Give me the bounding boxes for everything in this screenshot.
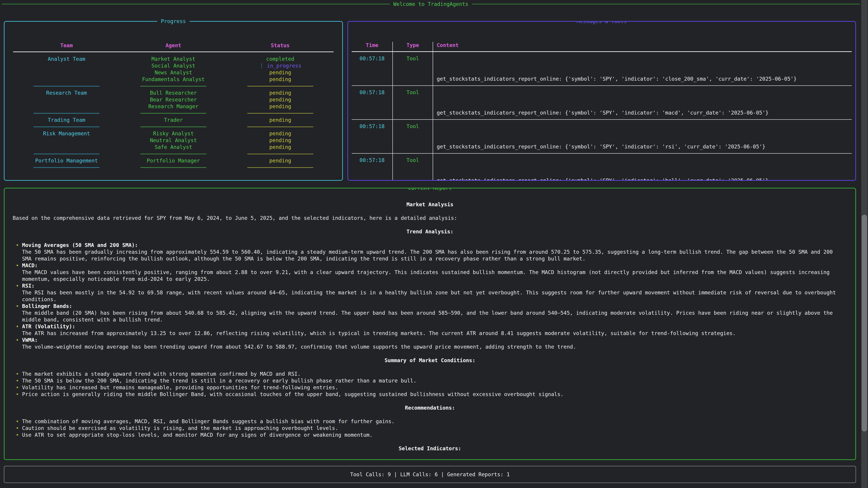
progress-table: Team Agent Status Analyst Team Market An…: [13, 42, 334, 171]
column-header-type: Type: [393, 42, 433, 51]
welcome-rule: Welcome to TradingAgents: [2, 1, 860, 7]
messages-panel: Messages & Tools Time Type Content 00:57…: [347, 21, 856, 181]
progress-row: Research Manager pending: [13, 103, 334, 110]
bullet-icon: [13, 249, 22, 255]
team-group: Research Team Bull Researcher pending Be…: [13, 90, 334, 117]
agent-status: pending: [227, 90, 334, 96]
current-report-panel: Current Report Market AnalysisBased on t…: [4, 188, 856, 460]
bullet-icon: [13, 256, 22, 262]
bullet-icon: •: [13, 418, 22, 424]
agent-name: Bull Researcher: [120, 90, 227, 96]
message-content: get_stockstats_indicators_report_online:…: [433, 154, 852, 181]
bullet-icon: •: [13, 283, 22, 289]
scrollbar-thumb[interactable]: [862, 215, 867, 431]
divider-line: [141, 154, 206, 157]
message-content-line: get_stockstats_indicators_report_online:…: [437, 177, 852, 181]
report-line: The ATR has increased from approximately…: [13, 330, 847, 337]
report-text: Volatility has increased but remains man…: [22, 385, 338, 390]
agent-name: Social Analyst: [120, 62, 227, 69]
report-text: Based on the comprehensive data retrieve…: [13, 215, 457, 221]
report-text: SMA remains positive, reinforcing the bu…: [22, 256, 586, 262]
team-name: Portfolio Management: [13, 157, 120, 164]
report-text: Summary of Market Conditions:: [384, 357, 475, 363]
divider-line: [33, 167, 99, 171]
status-badge: pending: [269, 70, 291, 75]
bullet-icon: •: [13, 391, 22, 397]
message-type: Tool: [393, 52, 433, 86]
message-content: get_stockstats_indicators_report_online:…: [433, 86, 852, 119]
bullet-icon: [13, 317, 22, 323]
report-line: Based on the comprehensive data retrieve…: [13, 215, 847, 221]
report-text: middle band, consistent with a bullish t…: [22, 317, 163, 323]
agent-name: Risky Analyst: [120, 130, 227, 137]
divider-line: [33, 86, 99, 90]
report-line: • The combination of moving averages, MA…: [13, 418, 847, 425]
report-line: • RSI:: [13, 283, 847, 289]
messages-table: Time Type Content 00:57:18 Tool get_stoc…: [352, 38, 852, 181]
team-group: Risk Management Risky Analyst pending Ne…: [13, 130, 334, 157]
report-text: ATR (Volatility):: [22, 324, 75, 329]
bullet-icon: •: [13, 432, 22, 438]
bullet-icon: •: [13, 371, 22, 377]
report-line: • Moving Averages (50 SMA and 200 SMA):: [13, 242, 847, 249]
team-group: Analyst Team Market Analyst completed So…: [13, 56, 334, 90]
status-badge: pending: [269, 90, 291, 96]
progress-row: News Analyst pending: [13, 69, 334, 76]
spinner-icon: ⋮: [259, 63, 264, 69]
report-line: momentum, especially noticeable from mid…: [13, 275, 847, 283]
report-text: Use ATR to set appropriate stop-loss lev…: [22, 432, 373, 438]
messages-table-header: Time Type Content: [352, 38, 852, 52]
status-badge: in_progress: [267, 63, 301, 69]
report-line: Selected Indicators:: [13, 445, 847, 452]
agent-status: pending: [227, 144, 334, 151]
team-name: [13, 144, 120, 151]
bullet-icon: •: [13, 263, 22, 268]
status-badge: pending: [269, 158, 291, 164]
report-text: The market exhibits a steady upward tren…: [22, 371, 301, 377]
report-text: Bollinger Bands:: [22, 303, 72, 309]
report-line: The middle band (20 SMA) has been rising…: [13, 310, 847, 316]
agent-name: News Analyst: [120, 69, 227, 76]
agent-status: pending: [227, 96, 334, 103]
bullet-icon: •: [13, 385, 22, 390]
message-type: Tool: [393, 86, 433, 119]
bullet-icon: •: [13, 425, 22, 431]
progress-row: Fundamentals Analyst pending: [13, 76, 334, 83]
report-text: The ATR has increased from approximately…: [22, 330, 736, 336]
messages-panel-title: Messages & Tools: [573, 21, 630, 25]
report-text: RSI:: [22, 283, 35, 289]
report-line: Recommendations:: [13, 404, 847, 411]
team-divider: [13, 110, 334, 117]
agent-name: Bear Researcher: [120, 96, 227, 103]
report-line: The volume-weighted moving average has b…: [13, 344, 847, 350]
agent-status: completed: [227, 56, 334, 62]
stats-footer: Tool Calls: 9 | LLM Calls: 6 | Generated…: [4, 466, 856, 483]
report-line: The 50 SMA has been gradually increasing…: [13, 249, 847, 255]
progress-row: Neutral Analyst pending: [13, 137, 334, 144]
status-badge: pending: [269, 76, 291, 82]
team-name: [13, 62, 120, 69]
message-content-line: get_stockstats_indicators_report_online:…: [437, 75, 852, 82]
team-group: Portfolio Management Portfolio Manager p…: [13, 157, 334, 171]
report-line: • Use ATR to set appropriate stop-loss l…: [13, 431, 847, 438]
agent-name: Safe Analyst: [120, 144, 227, 151]
status-badge: pending: [269, 103, 291, 109]
bullet-icon: [13, 269, 22, 275]
team-name: [13, 76, 120, 83]
team-divider: [13, 164, 334, 171]
message-time: 00:57:18: [352, 52, 393, 86]
status-badge: pending: [269, 144, 291, 150]
rule-line: [2, 4, 390, 4]
report-line: • VWMA:: [13, 337, 847, 344]
agent-name: Fundamentals Analyst: [120, 76, 227, 83]
divider-line: [247, 86, 313, 90]
agent-name: Portfolio Manager: [120, 157, 227, 164]
report-text: momentum, especially noticeable from mid…: [22, 276, 210, 282]
column-header-content: Content: [433, 42, 852, 51]
report-line: Market Analysis: [13, 201, 847, 208]
team-name: [13, 96, 120, 103]
report-line: • The market exhibits a steady upward tr…: [13, 370, 847, 377]
team-group: Trading Team Trader pending: [13, 117, 334, 130]
status-badge: pending: [269, 117, 291, 123]
rule-line: [472, 4, 860, 4]
